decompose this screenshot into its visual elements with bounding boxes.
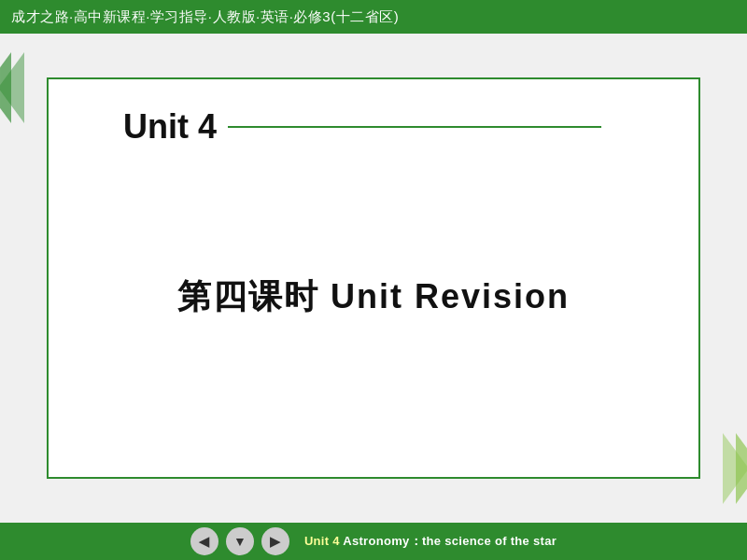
bottom-unit-info: Unit 4 Astronomy：the science of the star (304, 533, 557, 550)
chevron-left-3 (0, 52, 24, 123)
header-title: 成才之路·高中新课程·学习指导·人教版·英语·必修3(十二省区) (11, 8, 399, 26)
bottom-subtitle: Astronomy：the science of the star (340, 534, 557, 548)
lesson-title: 第四课时 Unit Revision (177, 274, 570, 320)
chevron-right-2 (736, 433, 747, 504)
prev-button[interactable]: ◀ (190, 527, 218, 555)
slide-container: Unit 4 第四课时 Unit Revision (47, 77, 700, 479)
next-button[interactable]: ▶ (261, 527, 289, 555)
bottom-nav-bar: ◀ ▼ ▶ Unit 4 Astronomy：the science of th… (0, 523, 747, 560)
bottom-unit-label: Unit 4 (304, 534, 340, 548)
top-header-bar: 成才之路·高中新课程·学习指导·人教版·英语·必修3(十二省区) (0, 0, 747, 34)
unit-title: Unit 4 (123, 107, 217, 147)
down-button[interactable]: ▼ (226, 527, 254, 555)
left-decoration (0, 52, 24, 123)
unit-title-bar: Unit 4 (123, 107, 601, 147)
right-decoration (723, 433, 747, 504)
center-content: 第四课时 Unit Revision (177, 274, 570, 320)
main-content-area: Unit 4 第四课时 Unit Revision (0, 34, 747, 523)
unit-title-underline (228, 126, 601, 128)
